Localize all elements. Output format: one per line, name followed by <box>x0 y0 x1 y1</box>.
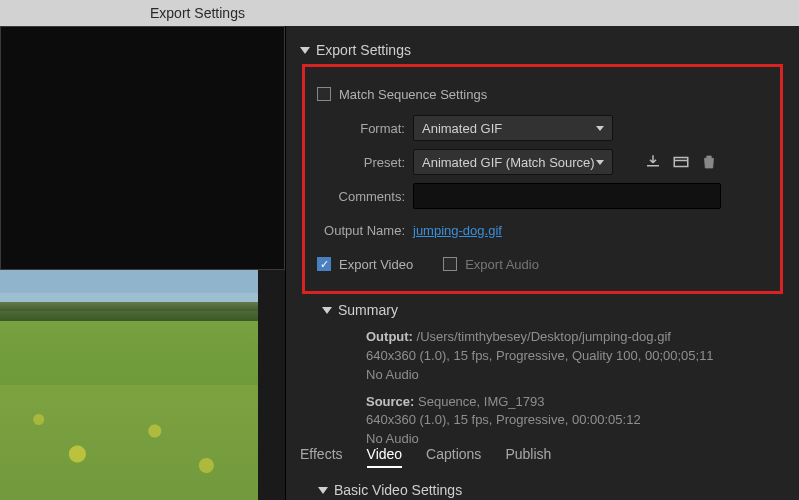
chevron-down-icon <box>596 160 604 165</box>
save-preset-icon[interactable] <box>643 152 663 172</box>
summary-source: Source: Sequence, IMG_1793 640x360 (1.0)… <box>300 389 785 454</box>
match-sequence-row: Match Sequence Settings <box>317 77 768 111</box>
export-settings-title: Export Settings <box>316 42 411 58</box>
chevron-down-icon <box>318 487 328 494</box>
format-label: Format: <box>317 121 405 136</box>
tab-video[interactable]: Video <box>367 446 403 468</box>
delete-preset-icon[interactable] <box>699 152 719 172</box>
summary-output: Output: /Users/timthybesey/Desktop/jumpi… <box>300 324 785 389</box>
chevron-down-icon <box>300 47 310 54</box>
highlighted-region: Match Sequence Settings Format: Animated… <box>302 64 783 294</box>
export-audio-checkbox[interactable] <box>443 257 457 271</box>
preset-value: Animated GIF (Match Source) <box>422 155 595 170</box>
preview-output-image <box>0 270 258 500</box>
window-title: Export Settings <box>150 5 245 21</box>
export-toggles-row: Export Video Export Audio <box>317 247 768 281</box>
chevron-down-icon <box>322 307 332 314</box>
export-video-label: Export Video <box>339 257 413 272</box>
source-line-1: Sequence, IMG_1793 <box>418 394 544 409</box>
comments-label: Comments: <box>317 189 405 204</box>
basic-video-title: Basic Video Settings <box>334 482 462 498</box>
match-sequence-checkbox[interactable] <box>317 87 331 101</box>
output-name-link[interactable]: jumping-dog.gif <box>413 223 502 238</box>
source-line-3: No Audio <box>366 431 419 446</box>
export-video-checkbox[interactable] <box>317 257 331 271</box>
format-dropdown[interactable]: Animated GIF <box>413 115 613 141</box>
bottom-tabs: Effects Video Captions Publish <box>300 446 551 468</box>
preset-dropdown[interactable]: Animated GIF (Match Source) <box>413 149 613 175</box>
settings-panel: Export Settings Match Sequence Settings … <box>286 26 799 500</box>
tab-publish[interactable]: Publish <box>505 446 551 468</box>
output-label: Output: <box>366 329 413 344</box>
export-settings-header[interactable]: Export Settings <box>300 36 785 64</box>
chevron-down-icon <box>596 126 604 131</box>
output-name-label: Output Name: <box>317 223 405 238</box>
window-titlebar: Export Settings <box>0 0 799 26</box>
summary-header[interactable]: Summary <box>300 296 785 324</box>
summary-title: Summary <box>338 302 398 318</box>
export-audio-label: Export Audio <box>465 257 539 272</box>
comments-row: Comments: <box>317 179 768 213</box>
comments-input[interactable] <box>413 183 721 209</box>
basic-video-header[interactable]: Basic Video Settings <box>318 482 462 498</box>
output-line-2: 640x360 (1.0), 15 fps, Progressive, Qual… <box>366 348 714 363</box>
import-preset-icon[interactable] <box>671 152 691 172</box>
preview-column <box>0 26 286 500</box>
preset-label: Preset: <box>317 155 405 170</box>
tab-captions[interactable]: Captions <box>426 446 481 468</box>
tab-effects[interactable]: Effects <box>300 446 343 468</box>
match-sequence-label: Match Sequence Settings <box>339 87 487 102</box>
output-line-3: No Audio <box>366 367 419 382</box>
format-row: Format: Animated GIF <box>317 111 768 145</box>
output-name-row: Output Name: jumping-dog.gif <box>317 213 768 247</box>
preset-row: Preset: Animated GIF (Match Source) <box>317 145 768 179</box>
source-line-2: 640x360 (1.0), 15 fps, Progressive, 00:0… <box>366 412 641 427</box>
source-label: Source: <box>366 394 414 409</box>
preview-source-frame <box>0 26 285 270</box>
output-line-1: /Users/timthybesey/Desktop/jumping-dog.g… <box>417 329 671 344</box>
format-value: Animated GIF <box>422 121 502 136</box>
svg-rect-0 <box>674 158 688 167</box>
